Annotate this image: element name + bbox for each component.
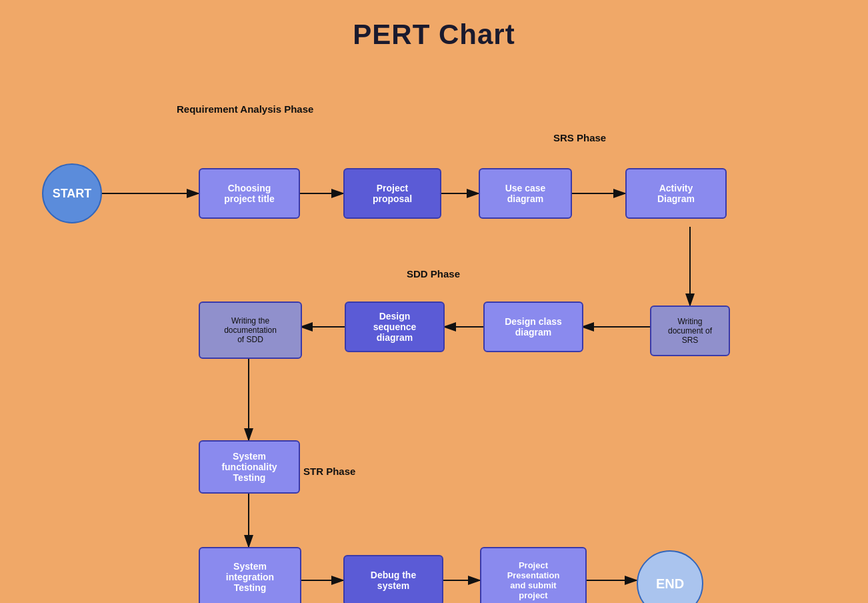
design-seq-node: Designsequencediagram [345,302,445,352]
req-analysis-phase-label: Requirement Analysis Phase [177,103,313,115]
writing-sdd-node: Writing thedocumentationof SDD [199,302,302,359]
usecase-node: Use casediagram [479,168,572,219]
debug-node: Debug thesystem [343,555,443,603]
activity-node: ActivityDiagram [625,168,727,219]
srs-phase-label: SRS Phase [553,132,606,143]
pres-node: ProjectPresentationand submitproject [480,547,587,603]
end-node: END [637,550,703,603]
choosing-node: Choosingproject title [199,168,300,219]
proposal-node: Projectproposal [343,168,441,219]
sys-func-node: SystemfunctionalityTesting [199,440,300,494]
page-title: PERT Chart [0,0,868,51]
start-node: START [42,163,102,223]
sys-int-node: SystemintegrationTesting [199,547,301,603]
design-class-node: Design classdiagram [483,302,583,352]
writing-srs-node: Writingdocument ofSRS [650,306,730,356]
str-phase-label: STR Phase [303,466,355,477]
sdd-phase-label: SDD Phase [407,268,460,279]
